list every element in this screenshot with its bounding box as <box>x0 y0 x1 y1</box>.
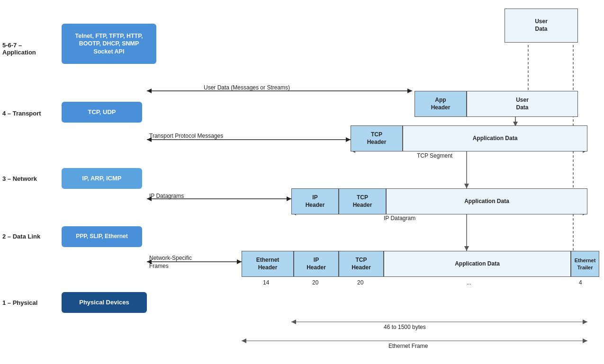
user-data-mid-box: User Data <box>467 91 578 117</box>
svg-marker-29 <box>583 338 587 343</box>
user-data-arrow-label: User Data (Messages or Streams) <box>204 84 290 91</box>
ip-header-1-box: IP Header <box>291 188 339 214</box>
bytes-14: 14 <box>263 279 269 286</box>
proto-application: Telnet, FTP, TFTP, HTTP, BOOTP, DHCP, SN… <box>62 24 156 64</box>
network-arrow-label: Network-Specific Frames <box>149 254 192 270</box>
svg-marker-17 <box>237 259 242 264</box>
proto-transport: TCP, UDP <box>62 102 142 123</box>
app-data-1-box: Application Data <box>403 125 587 151</box>
layer-physical: 1 – Physical <box>2 299 57 306</box>
tcp-header-2-box: TCP Header <box>339 188 386 214</box>
bytes-20b: 20 <box>357 279 363 286</box>
layer-transport: 4 – Transport <box>2 110 57 117</box>
svg-marker-25 <box>291 320 296 324</box>
svg-marker-11 <box>346 137 351 142</box>
proto-physical: Physical Devices <box>62 292 147 313</box>
proto-network: IP, ARP, ICMP <box>62 168 142 189</box>
svg-marker-14 <box>287 196 291 201</box>
ip-header-2-box: IP Header <box>294 251 339 277</box>
layer-application: 5-6-7 – Application <box>2 42 57 56</box>
svg-marker-8 <box>407 89 412 93</box>
eth-trailer-box: Ethernet Trailer <box>571 251 599 277</box>
bytes-dots: ... <box>467 279 471 286</box>
svg-marker-7 <box>147 89 152 93</box>
tcp-header-1-box: TCP Header <box>351 125 403 151</box>
app-header-box: App Header <box>415 91 467 117</box>
user-data-top-box: User Data <box>505 9 578 43</box>
ethernet-frame-label: Ethernet Frame <box>388 343 428 349</box>
proto-datalink: PPP, SLIP, Ethernet <box>62 226 142 247</box>
bytes-4: 4 <box>579 279 582 286</box>
bytes-20a: 20 <box>312 279 318 286</box>
svg-marker-35 <box>464 246 469 251</box>
layer-datalink: 2 – Data Link <box>2 233 57 240</box>
layer-network: 3 – Network <box>2 175 57 182</box>
svg-marker-26 <box>583 320 587 324</box>
ip-datagram-label: IP Datagram <box>384 215 415 222</box>
app-data-3-box: Application Data <box>384 251 571 277</box>
transport-arrow-label: Transport Protocol Messages <box>149 133 223 139</box>
app-data-2-box: Application Data <box>386 188 587 214</box>
tcp-segment-label: TCP Segment <box>417 152 452 159</box>
eth-header-box: Ethernet Header <box>242 251 294 277</box>
tcp-header-3-box: TCP Header <box>339 251 384 277</box>
svg-marker-33 <box>464 184 469 188</box>
diagram: 5-6-7 – Application 4 – Transport 3 – Ne… <box>0 0 604 364</box>
ip-arrow-label: IP Datagrams <box>149 193 184 199</box>
svg-marker-28 <box>242 338 246 343</box>
bytes-label: 46 to 1500 bytes <box>384 324 426 330</box>
